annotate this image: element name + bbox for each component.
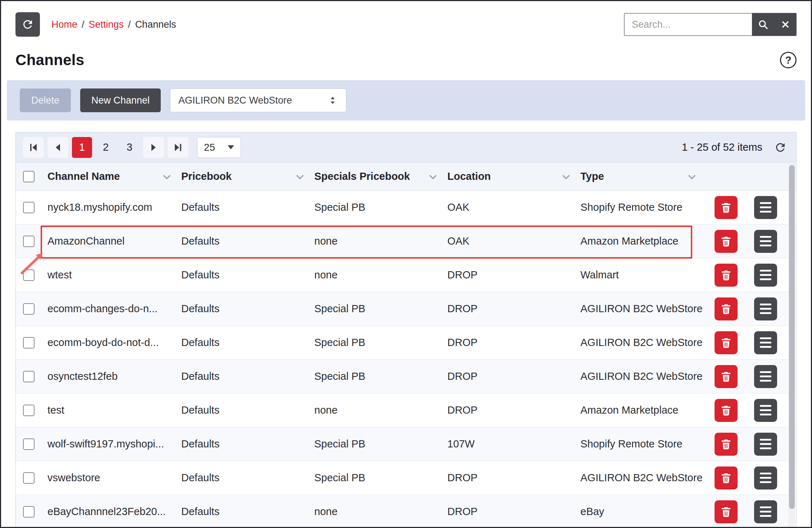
- trash-icon: [720, 201, 732, 214]
- refresh-grid-button[interactable]: [772, 141, 789, 154]
- search-input[interactable]: [624, 13, 752, 36]
- row-checkbox[interactable]: [23, 303, 35, 315]
- page-button-1[interactable]: 1: [72, 137, 92, 158]
- refresh-page-button[interactable]: [15, 12, 40, 37]
- next-page-button[interactable]: [143, 137, 164, 158]
- cell-specials-pricebook: none: [314, 506, 447, 518]
- column-header-type[interactable]: Type: [580, 170, 706, 182]
- row-checkbox[interactable]: [23, 472, 35, 484]
- row-menu-button[interactable]: [754, 365, 777, 388]
- delete-row-button[interactable]: [715, 500, 738, 523]
- page-size-select[interactable]: 25: [197, 137, 241, 158]
- delete-row-button[interactable]: [715, 433, 738, 456]
- table-row: eBayChannnel23Feb20... Defaults none DRO…: [16, 495, 796, 528]
- next-page-icon: [149, 142, 159, 153]
- row-menu-button[interactable]: [754, 433, 777, 456]
- row-menu-button[interactable]: [754, 466, 777, 490]
- items-count-label: 1 - 25 of 52 items: [682, 141, 762, 153]
- page-title: Channels: [15, 51, 84, 69]
- breadcrumb-channels: Channels: [135, 19, 176, 30]
- delete-row-button[interactable]: [715, 331, 738, 354]
- select-all-checkbox[interactable]: [23, 171, 35, 182]
- cell-channel-name: ecomm-changes-do-n...: [47, 303, 181, 315]
- chevron-down-icon[interactable]: [429, 170, 437, 182]
- table-row: ecomm-boyd-do-not-d... Defaults Special …: [16, 326, 796, 360]
- menu-icon: [760, 304, 771, 305]
- delete-row-button[interactable]: [715, 264, 738, 287]
- column-header-pricebook[interactable]: Pricebook: [181, 170, 314, 182]
- cell-specials-pricebook: Special PB: [314, 370, 447, 382]
- table-row: test Defaults none DROP Amazon Marketpla…: [16, 393, 796, 427]
- row-checkbox[interactable]: [23, 438, 35, 450]
- breadcrumb-home[interactable]: Home: [51, 19, 77, 30]
- row-menu-button[interactable]: [754, 399, 777, 422]
- cell-location: 107W: [447, 438, 580, 450]
- table-body: nyck18.myshopify.com Defaults Special PB…: [16, 191, 796, 528]
- page-button-3[interactable]: 3: [119, 137, 140, 158]
- trash-icon: [720, 506, 732, 518]
- title-row: Channels ?: [1, 45, 811, 75]
- row-checkbox[interactable]: [23, 337, 35, 349]
- delete-row-button[interactable]: [715, 196, 738, 219]
- chevron-down-icon[interactable]: [163, 170, 171, 182]
- toolbar: Delete New Channel AGILIRON B2C WebStore: [7, 80, 805, 120]
- cell-location: DROP: [447, 370, 580, 382]
- row-menu-button[interactable]: [754, 264, 777, 287]
- delete-row-button[interactable]: [715, 365, 738, 388]
- cell-specials-pricebook: Special PB: [314, 438, 447, 450]
- row-checkbox[interactable]: [23, 371, 35, 382]
- cell-pricebook: Defaults: [181, 235, 314, 247]
- menu-icon: [760, 506, 771, 508]
- clear-search-button[interactable]: [774, 13, 797, 36]
- cell-location: OAK: [447, 201, 580, 213]
- first-page-button[interactable]: [23, 137, 44, 158]
- delete-row-button[interactable]: [715, 297, 738, 320]
- row-menu-button[interactable]: [754, 297, 777, 320]
- table-row: wolf-swift9197.myshopi... Defaults Speci…: [16, 427, 796, 461]
- search-group: [624, 13, 797, 36]
- trash-icon: [720, 269, 732, 281]
- cell-pricebook: Defaults: [181, 337, 314, 349]
- delete-row-button[interactable]: [715, 466, 738, 490]
- page-button-2[interactable]: 2: [96, 137, 116, 158]
- chevron-down-icon[interactable]: [296, 170, 304, 182]
- row-checkbox[interactable]: [23, 202, 35, 213]
- chevron-down-icon[interactable]: [688, 170, 696, 182]
- delete-button[interactable]: Delete: [20, 88, 71, 112]
- column-header-location[interactable]: Location: [447, 170, 580, 182]
- column-header-specials-pricebook[interactable]: Specials Pricebook: [314, 170, 447, 182]
- row-checkbox[interactable]: [23, 405, 35, 416]
- channel-type-select[interactable]: AGILIRON B2C WebStore: [170, 88, 346, 112]
- table-row: nyck18.myshopify.com Defaults Special PB…: [16, 191, 796, 224]
- cell-type: AGILIRON B2C WebStore: [580, 337, 706, 349]
- cell-type: Amazon Marketplace: [580, 235, 706, 247]
- row-checkbox[interactable]: [23, 269, 35, 281]
- row-menu-button[interactable]: [754, 500, 777, 523]
- cell-specials-pricebook: none: [314, 235, 447, 247]
- menu-icon: [760, 405, 771, 407]
- row-menu-button[interactable]: [754, 196, 777, 219]
- column-header-channel-name[interactable]: Channel Name: [47, 170, 181, 182]
- delete-row-button[interactable]: [715, 230, 738, 253]
- cell-pricebook: Defaults: [181, 506, 314, 518]
- breadcrumb-settings[interactable]: Settings: [89, 19, 124, 30]
- cell-pricebook: Defaults: [181, 438, 314, 450]
- cell-location: DROP: [447, 472, 580, 484]
- scrollbar-thumb[interactable]: [789, 165, 795, 509]
- delete-row-button[interactable]: [715, 399, 738, 422]
- cell-location: OAK: [447, 235, 580, 247]
- help-icon[interactable]: ?: [780, 52, 797, 68]
- row-menu-button[interactable]: [754, 331, 777, 354]
- trash-icon: [720, 235, 732, 247]
- menu-icon: [760, 337, 771, 339]
- search-button[interactable]: [752, 13, 774, 36]
- chevron-down-icon[interactable]: [562, 170, 570, 182]
- row-menu-button[interactable]: [754, 230, 777, 253]
- last-page-icon: [173, 142, 183, 153]
- row-checkbox[interactable]: [23, 236, 35, 247]
- previous-page-icon: [53, 142, 63, 153]
- row-checkbox[interactable]: [23, 506, 35, 518]
- previous-page-button[interactable]: [47, 137, 68, 158]
- last-page-button[interactable]: [168, 137, 188, 158]
- new-channel-button[interactable]: New Channel: [80, 88, 161, 112]
